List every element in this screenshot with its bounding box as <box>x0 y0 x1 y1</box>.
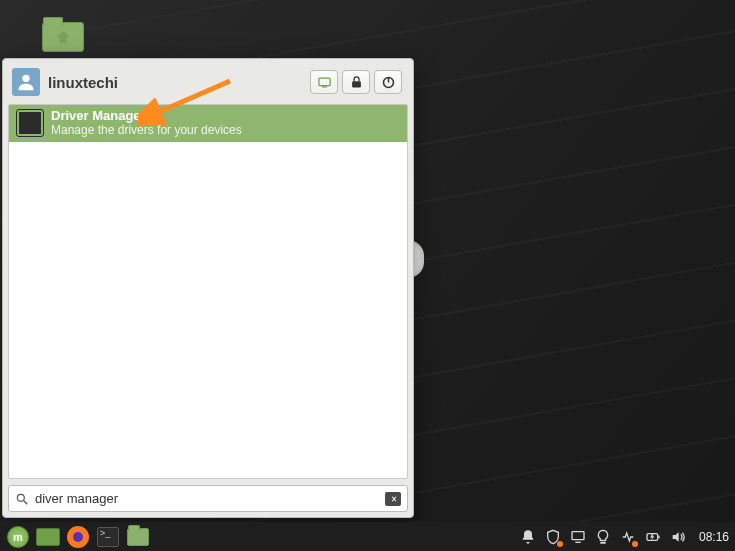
folder-icon <box>42 22 84 52</box>
lock-icon <box>349 75 364 90</box>
logout-button[interactable] <box>310 70 338 94</box>
taskbar-tray: 08:16 <box>520 529 729 545</box>
desktop-icon <box>36 528 60 546</box>
search-bar[interactable] <box>8 485 408 512</box>
show-desktop-button[interactable] <box>36 526 60 548</box>
user-icon <box>15 71 37 93</box>
tray-notifications[interactable] <box>520 529 536 545</box>
tray-firewall[interactable] <box>545 529 561 545</box>
firefox-launcher[interactable] <box>66 526 90 548</box>
result-description: Manage the drivers for your devices <box>51 124 242 138</box>
taskbar: m <box>0 522 735 551</box>
search-icon <box>15 492 29 506</box>
backspace-icon <box>387 494 399 504</box>
user-avatar[interactable] <box>12 68 40 96</box>
result-title: Driver Manager <box>51 109 242 124</box>
search-results: Driver Manager Manage the drivers for yo… <box>8 104 408 479</box>
taskbar-left: m <box>6 526 150 548</box>
files-launcher[interactable] <box>126 526 150 548</box>
tray-network[interactable] <box>620 529 636 545</box>
desktop-home-folder[interactable] <box>42 22 84 54</box>
update-dot <box>557 541 563 547</box>
svg-rect-1 <box>318 78 329 86</box>
tray-volume[interactable] <box>670 529 686 545</box>
logout-icon <box>317 75 332 90</box>
net-dot <box>632 541 638 547</box>
search-input[interactable] <box>35 491 385 506</box>
result-item-driver-manager[interactable]: Driver Manager Manage the drivers for yo… <box>9 105 407 142</box>
svg-rect-9 <box>572 531 584 539</box>
display-icon <box>570 529 586 545</box>
clear-search-button[interactable] <box>385 492 401 506</box>
svg-line-7 <box>24 500 28 504</box>
power-icon <box>381 75 396 90</box>
username-label: linuxtechi <box>48 74 306 91</box>
application-menu: linuxtechi Driver Manager Manag <box>2 58 414 518</box>
bell-icon <box>520 529 536 545</box>
menu-header: linuxtechi <box>8 64 408 104</box>
svg-rect-2 <box>322 86 327 87</box>
result-text: Driver Manager Manage the drivers for yo… <box>51 109 242 138</box>
svg-point-6 <box>17 494 24 501</box>
battery-icon <box>645 529 661 545</box>
svg-rect-12 <box>658 535 659 538</box>
tray-display[interactable] <box>570 529 586 545</box>
mint-logo-icon: m <box>7 526 29 548</box>
taskbar-clock[interactable]: 08:16 <box>699 530 729 544</box>
firefox-icon <box>67 526 89 548</box>
svg-point-0 <box>22 75 29 82</box>
svg-rect-3 <box>352 81 361 87</box>
tray-battery[interactable] <box>645 529 661 545</box>
start-menu-button[interactable]: m <box>6 526 30 548</box>
bulb-icon <box>595 529 611 545</box>
terminal-launcher[interactable] <box>96 526 120 548</box>
volume-icon <box>670 529 686 545</box>
shutdown-button[interactable] <box>374 70 402 94</box>
lock-button[interactable] <box>342 70 370 94</box>
driver-manager-icon <box>17 110 43 136</box>
terminal-icon <box>97 527 119 547</box>
files-icon <box>127 528 149 546</box>
tray-tips[interactable] <box>595 529 611 545</box>
